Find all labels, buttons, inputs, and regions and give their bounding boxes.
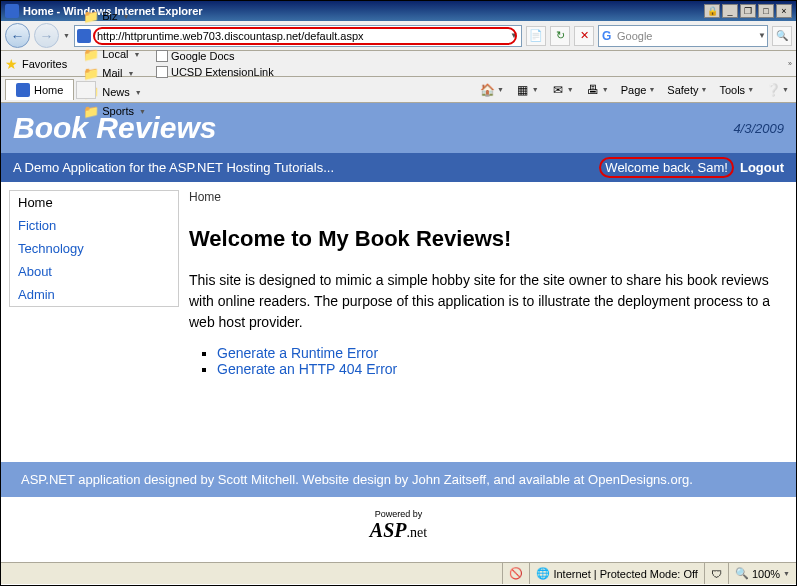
rss-icon: ▦ xyxy=(516,83,530,97)
feeds-button[interactable]: ▦▼ xyxy=(513,81,542,99)
sidebar-item-about[interactable]: About xyxy=(10,260,178,283)
stop-button[interactable]: ✕ xyxy=(574,26,594,46)
search-input[interactable] xyxy=(615,30,757,42)
close-button[interactable]: × xyxy=(776,4,792,18)
footer-link-author1[interactable]: Scott Mitchell xyxy=(218,472,295,487)
site-footer: ASP.NET application designed by Scott Mi… xyxy=(1,462,796,497)
compat-button[interactable]: 📄 xyxy=(526,26,546,46)
status-security[interactable]: 🛡 xyxy=(705,563,729,584)
welcome-message: Welcome back, Sam! xyxy=(601,159,732,176)
internet-zone-icon: 🌐 xyxy=(536,567,550,580)
page-icon xyxy=(77,29,91,43)
page-heading: Welcome to My Book Reviews! xyxy=(189,226,780,252)
print-button[interactable]: 🖶▼ xyxy=(583,81,612,99)
footer-link-author3[interactable]: OpenDesigns.org xyxy=(588,472,689,487)
mail-icon: ✉ xyxy=(551,83,565,97)
new-tab-button[interactable] xyxy=(76,81,96,99)
tab-home[interactable]: Home xyxy=(5,79,74,100)
link-icon xyxy=(156,66,168,78)
restore-button[interactable]: ❐ xyxy=(740,4,756,18)
footer-link-author2[interactable]: John Zaitseff xyxy=(412,472,486,487)
site-title: Book Reviews xyxy=(13,111,733,145)
content-link[interactable]: Generate a Runtime Error xyxy=(217,345,378,361)
sidebar-nav: HomeFictionTechnologyAboutAdmin xyxy=(9,190,179,307)
favorites-star-icon[interactable]: ★ xyxy=(5,56,18,72)
print-icon: 🖶 xyxy=(586,83,600,97)
favorites-bar: ★ Favorites 📁Biz▼📁Fun▼📁Local▼📁Mail▼📁News… xyxy=(1,51,796,77)
home-icon: 🏠 xyxy=(481,83,495,97)
sidebar-item-technology[interactable]: Technology xyxy=(10,237,178,260)
maximize-button[interactable]: □ xyxy=(758,4,774,18)
search-box[interactable]: G ▼ xyxy=(598,25,768,47)
sidebar-item-fiction[interactable]: Fiction xyxy=(10,214,178,237)
google-icon: G xyxy=(602,29,612,43)
list-item: Generate a Runtime Error xyxy=(217,345,780,361)
site-header: Book Reviews 4/3/2009 xyxy=(1,103,796,153)
fav-link[interactable]: Google Docs xyxy=(152,48,278,64)
logout-link[interactable]: Logout xyxy=(740,160,784,175)
sidebar-item-admin[interactable]: Admin xyxy=(10,283,178,306)
status-message xyxy=(1,563,503,584)
folder-icon: 📁 xyxy=(83,47,99,62)
back-button[interactable]: ← xyxy=(5,23,30,48)
site-date: 4/3/2009 xyxy=(733,121,784,136)
tab-favicon xyxy=(16,83,30,97)
window-buttons: 🔒 _ ❐ □ × xyxy=(704,4,792,18)
site-tagline: A Demo Application for the ASP.NET Hosti… xyxy=(13,160,601,175)
site-subheader: A Demo Application for the ASP.NET Hosti… xyxy=(1,153,796,182)
favorites-label[interactable]: Favorites xyxy=(22,58,67,70)
powered-label: Powered by xyxy=(13,509,784,519)
address-bar[interactable]: ▼ xyxy=(74,25,522,47)
search-dropdown-icon[interactable]: ▼ xyxy=(757,31,767,40)
folder-icon: 📁 xyxy=(83,9,99,24)
address-input[interactable] xyxy=(93,27,507,45)
aspnet-logo: ASP.net xyxy=(13,519,784,542)
secure-button-icon[interactable]: 🔒 xyxy=(704,4,720,18)
breadcrumb: Home xyxy=(189,190,780,204)
intro-paragraph: This site is designed to mimic a simple … xyxy=(189,270,780,333)
fav-folder-biz[interactable]: 📁Biz▼ xyxy=(79,7,150,26)
ie-favicon xyxy=(5,4,19,18)
status-popup[interactable]: 🚫 xyxy=(503,563,530,584)
zoom-icon: 🔍 xyxy=(735,567,749,580)
nav-history-dropdown[interactable]: ▼ xyxy=(63,32,70,39)
address-dropdown-icon[interactable]: ▼ xyxy=(507,31,521,40)
fav-link[interactable]: UCSD ExtensionLink xyxy=(152,64,278,80)
help-icon: ❔ xyxy=(766,83,780,97)
minimize-button[interactable]: _ xyxy=(722,4,738,18)
status-bar: 🚫 🌐Internet | Protected Mode: Off 🛡 🔍100… xyxy=(1,562,796,584)
sidebar-item-home: Home xyxy=(10,191,178,214)
page-button[interactable]: Page ▼ xyxy=(618,82,659,98)
refresh-button[interactable]: ↻ xyxy=(550,26,570,46)
list-item: Generate an HTTP 404 Error xyxy=(217,361,780,377)
safety-button[interactable]: Safety ▼ xyxy=(664,82,710,98)
content-link[interactable]: Generate an HTTP 404 Error xyxy=(217,361,397,377)
mail-button[interactable]: ✉▼ xyxy=(548,81,577,99)
main-content: Home Welcome to My Book Reviews! This si… xyxy=(189,190,788,442)
tab-label: Home xyxy=(34,84,63,96)
page-viewport: Book Reviews 4/3/2009 A Demo Application… xyxy=(1,103,796,562)
fav-folder-local[interactable]: 📁Local▼ xyxy=(79,45,150,64)
status-zone[interactable]: 🌐Internet | Protected Mode: Off xyxy=(530,563,705,584)
tools-button[interactable]: Tools ▼ xyxy=(716,82,757,98)
link-icon xyxy=(156,50,168,62)
home-button[interactable]: 🏠▼ xyxy=(478,81,507,99)
page-body: HomeFictionTechnologyAboutAdmin Home Wel… xyxy=(1,182,796,442)
help-button[interactable]: ❔▼ xyxy=(763,81,792,99)
folder-icon: 📁 xyxy=(83,66,99,81)
forward-button[interactable]: → xyxy=(34,23,59,48)
content-link-list: Generate a Runtime ErrorGenerate an HTTP… xyxy=(217,345,780,377)
zoom-control[interactable]: 🔍100% ▼ xyxy=(729,567,796,580)
command-bar: 🏠▼ ▦▼ ✉▼ 🖶▼ Page ▼ Safety ▼ Tools ▼ ❔▼ xyxy=(96,81,792,99)
powered-by: Powered by ASP.net xyxy=(1,497,796,554)
favorites-overflow[interactable]: » xyxy=(788,60,792,67)
search-button[interactable]: 🔍 xyxy=(772,26,792,46)
